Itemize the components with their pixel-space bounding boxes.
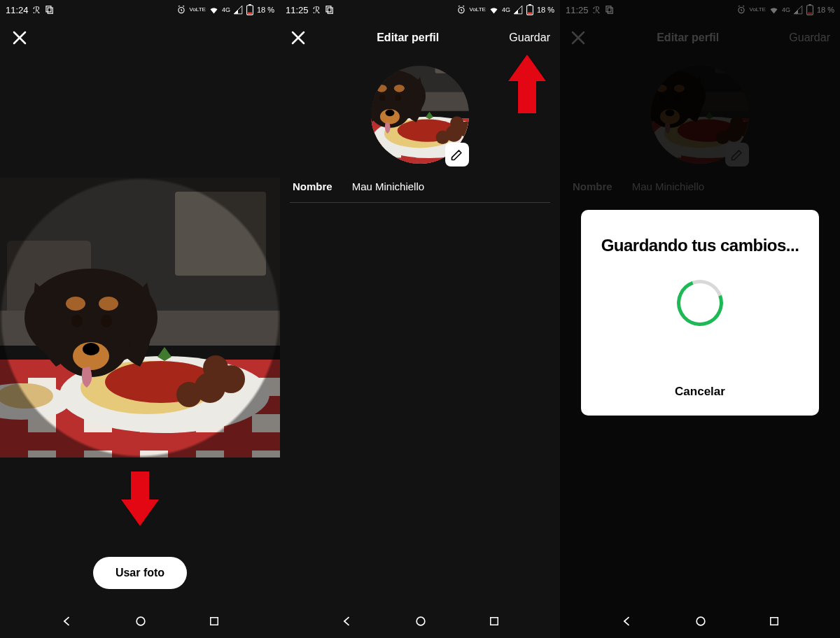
alarm-icon	[456, 5, 466, 15]
name-field-label: Nombre	[293, 180, 332, 192]
svg-rect-39	[248, 13, 252, 15]
signal-icon	[513, 5, 523, 15]
android-nav-bar	[0, 604, 280, 638]
svg-rect-47	[528, 13, 532, 15]
loading-spinner-icon	[669, 272, 731, 334]
battery-icon	[246, 4, 254, 15]
android-nav-bar	[280, 604, 560, 638]
nav-home-icon[interactable]	[414, 614, 428, 628]
svg-rect-41	[210, 618, 218, 625]
battery-pct: 18 %	[257, 6, 274, 14]
network-label: 4G	[222, 6, 230, 13]
nav-recents-icon[interactable]	[208, 615, 220, 628]
battery-pct: 18 %	[537, 6, 554, 14]
modal-title: Guardando tus cambios...	[601, 235, 799, 256]
save-button[interactable]: Guardar	[509, 31, 550, 44]
nav-back-icon[interactable]	[60, 614, 74, 628]
divider	[290, 202, 550, 203]
nav-home-icon[interactable]	[694, 614, 708, 628]
nav-back-icon[interactable]	[340, 614, 354, 628]
use-photo-button[interactable]: Usar foto	[93, 557, 187, 589]
svg-point-48	[416, 617, 425, 625]
modal-overlay: Guardando tus cambios... Cancelar	[560, 0, 840, 638]
nav-recents-icon[interactable]	[768, 615, 780, 628]
status-time: 11:24	[6, 5, 29, 15]
nav-recents-icon[interactable]	[488, 615, 500, 628]
volte-label: VoLTE	[189, 7, 205, 13]
svg-point-40	[136, 617, 145, 625]
status-bar: 11:25 ℛ VoLTE 4G 18 %	[280, 0, 560, 20]
battery-icon	[526, 4, 534, 15]
close-icon[interactable]	[290, 29, 307, 46]
nav-home-icon[interactable]	[134, 614, 148, 628]
edit-avatar-button[interactable]	[445, 143, 469, 166]
wifi-icon	[209, 5, 219, 15]
status-bar: 11:24 ℛ VoLTE 4G 18 %	[0, 0, 280, 20]
cancel-button[interactable]: Cancelar	[675, 385, 725, 399]
screen-choose-photo: 11:24 ℛ VoLTE 4G 18 % Usar foto	[0, 0, 280, 638]
svg-rect-43	[328, 8, 332, 13]
signal-icon	[233, 5, 243, 15]
photo-crop-preview[interactable]	[0, 178, 280, 458]
status-time: 11:25	[286, 5, 309, 15]
close-icon[interactable]	[11, 29, 28, 46]
svg-rect-38	[248, 4, 251, 6]
screen-edit-profile: 11:25 ℛ VoLTE 4G 18 % Editar perfil Guar…	[280, 0, 560, 638]
annotation-arrow-down	[121, 472, 159, 526]
volte-label: VoLTE	[469, 7, 485, 13]
network-label: 4G	[502, 6, 510, 13]
saving-modal: Guardando tus cambios... Cancelar	[581, 210, 819, 416]
page-title: Editar perfil	[377, 31, 439, 44]
stack-icon	[324, 5, 334, 15]
svg-rect-42	[326, 6, 330, 12]
nav-back-icon[interactable]	[620, 614, 634, 628]
svg-point-56	[696, 617, 705, 625]
wifi-icon	[489, 5, 499, 15]
alarm-icon	[176, 5, 186, 15]
svg-rect-46	[528, 4, 531, 6]
svg-rect-34	[46, 6, 50, 12]
pencil-icon	[450, 148, 464, 162]
android-nav-bar	[560, 604, 840, 638]
app-icon: ℛ	[313, 5, 320, 15]
svg-rect-57	[770, 618, 778, 625]
svg-rect-35	[48, 8, 52, 13]
stack-icon	[44, 5, 54, 15]
svg-rect-49	[490, 618, 498, 625]
selected-photo	[0, 178, 280, 458]
name-field-value[interactable]: Mau Minichiello	[352, 180, 424, 192]
app-icon: ℛ	[33, 5, 40, 15]
screen-saving: 11:25 ℛ VoLTE 4G 18 % Editar perfil Guar…	[560, 0, 840, 638]
